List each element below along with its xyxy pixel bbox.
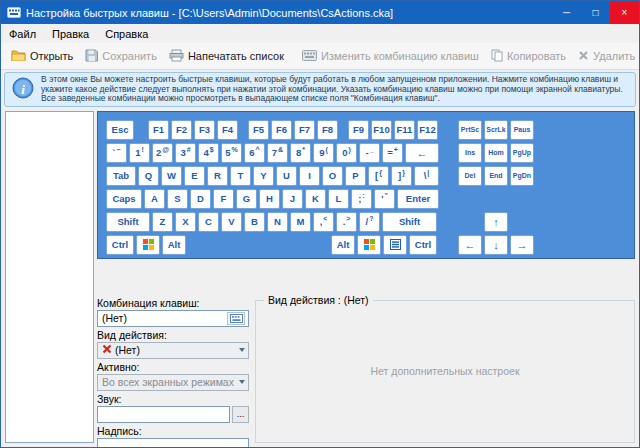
- key-l[interactable]: L: [328, 189, 349, 209]
- key-v[interactable]: V: [221, 212, 242, 232]
- key-lwin[interactable]: [136, 235, 160, 255]
- sound-input[interactable]: [97, 406, 230, 423]
- key-rwin[interactable]: [357, 235, 381, 255]
- key-y[interactable]: Y: [253, 166, 274, 186]
- key-scrlk[interactable]: ScrLk: [484, 120, 508, 140]
- key-f9[interactable]: F9: [348, 120, 369, 140]
- key-esc[interactable]: Esc: [106, 120, 134, 140]
- key-lbracket[interactable]: [{: [368, 166, 389, 186]
- delete-button[interactable]: Удалить: [572, 47, 640, 66]
- key-slash[interactable]: /?: [359, 212, 380, 232]
- menu-file[interactable]: Файл: [1, 28, 44, 40]
- key-8[interactable]: 8*: [290, 143, 311, 163]
- close-button[interactable]: ×: [610, 1, 639, 24]
- key-minus[interactable]: -_: [359, 143, 380, 163]
- key-q[interactable]: Q: [138, 166, 159, 186]
- key-semicolon[interactable]: ;:: [351, 189, 372, 209]
- key-rshift[interactable]: Shift: [382, 212, 437, 232]
- key-f4[interactable]: F4: [217, 120, 238, 140]
- key-left[interactable]: ←: [458, 235, 482, 255]
- change-combo-button[interactable]: Изменить комбинацию клавиш: [296, 47, 485, 66]
- key-7[interactable]: 7&: [267, 143, 288, 163]
- key-insert[interactable]: Ins: [458, 143, 482, 163]
- key-pgdn[interactable]: PgDn: [510, 166, 534, 186]
- key-quote[interactable]: '": [374, 189, 395, 209]
- key-prtsc[interactable]: PrtSc: [458, 120, 482, 140]
- key-b[interactable]: B: [244, 212, 265, 232]
- sound-browse-button[interactable]: ...: [232, 406, 249, 423]
- print-button[interactable]: Напечатать список: [163, 46, 290, 67]
- key-g[interactable]: G: [236, 189, 257, 209]
- hotkey-list[interactable]: [5, 111, 94, 444]
- key-lctrl[interactable]: Ctrl: [106, 235, 134, 255]
- key-right[interactable]: →: [510, 235, 534, 255]
- key-9[interactable]: 9(: [313, 143, 334, 163]
- key-equals[interactable]: =+: [382, 143, 403, 163]
- key-rbracket[interactable]: ]}: [391, 166, 412, 186]
- key-f[interactable]: F: [213, 189, 234, 209]
- key-home[interactable]: Hom: [484, 143, 508, 163]
- key-backslash[interactable]: \|: [414, 166, 439, 186]
- key-rctrl[interactable]: Ctrl: [409, 235, 437, 255]
- key-lalt[interactable]: Alt: [162, 235, 186, 255]
- key-2[interactable]: 2@: [152, 143, 173, 163]
- key-f3[interactable]: F3: [194, 120, 215, 140]
- maximize-button[interactable]: □: [581, 1, 610, 24]
- key-w[interactable]: W: [161, 166, 182, 186]
- hotkey-combo[interactable]: (Нет): [97, 310, 249, 327]
- key-i[interactable]: I: [299, 166, 320, 186]
- key-s[interactable]: S: [167, 189, 188, 209]
- action-type-combo[interactable]: (Нет): [97, 342, 249, 359]
- key-f6[interactable]: F6: [271, 120, 292, 140]
- key-f10[interactable]: F10: [371, 120, 392, 140]
- key-grave[interactable]: `~: [106, 143, 127, 163]
- key-n[interactable]: N: [267, 212, 288, 232]
- save-button[interactable]: Сохранить: [79, 46, 163, 67]
- menu-edit[interactable]: Правка: [44, 28, 97, 40]
- key-4[interactable]: 4$: [198, 143, 219, 163]
- key-u[interactable]: U: [276, 166, 297, 186]
- hotkey-picker-button[interactable]: [227, 312, 245, 325]
- key-h[interactable]: H: [259, 189, 280, 209]
- key-enter[interactable]: Enter: [397, 189, 439, 209]
- key-d[interactable]: D: [190, 189, 211, 209]
- minimize-button[interactable]: ─: [552, 1, 581, 24]
- key-3[interactable]: 3#: [175, 143, 196, 163]
- key-end[interactable]: End: [484, 166, 508, 186]
- menu-help[interactable]: Справка: [97, 28, 156, 40]
- key-c[interactable]: C: [198, 212, 219, 232]
- key-m[interactable]: M: [290, 212, 311, 232]
- open-button[interactable]: Открыть: [5, 46, 79, 66]
- key-f11[interactable]: F11: [394, 120, 415, 140]
- key-f8[interactable]: F8: [317, 120, 338, 140]
- key-f5[interactable]: F5: [248, 120, 269, 140]
- key-a[interactable]: A: [144, 189, 165, 209]
- key-0[interactable]: 0): [336, 143, 357, 163]
- key-f12[interactable]: F12: [417, 120, 438, 140]
- key-5[interactable]: 5%: [221, 143, 242, 163]
- key-1[interactable]: 1!: [129, 143, 150, 163]
- key-6[interactable]: 6^: [244, 143, 265, 163]
- key-o[interactable]: O: [322, 166, 343, 186]
- active-combo[interactable]: Во всех экранных режимах: [97, 374, 249, 391]
- key-r[interactable]: R: [207, 166, 228, 186]
- key-up[interactable]: ↑: [484, 212, 508, 232]
- key-capslock[interactable]: Caps: [106, 189, 142, 209]
- key-menu[interactable]: [383, 235, 407, 255]
- key-backspace[interactable]: ←: [405, 143, 439, 163]
- key-z[interactable]: Z: [152, 212, 173, 232]
- key-p[interactable]: P: [345, 166, 366, 186]
- key-comma[interactable]: ,<: [313, 212, 334, 232]
- key-pgup[interactable]: PgUp: [510, 143, 534, 163]
- key-ralt[interactable]: Alt: [331, 235, 355, 255]
- key-f2[interactable]: F2: [171, 120, 192, 140]
- key-e[interactable]: E: [184, 166, 205, 186]
- key-delete[interactable]: Del: [458, 166, 482, 186]
- key-k[interactable]: K: [305, 189, 326, 209]
- caption-input[interactable]: [97, 438, 249, 448]
- copy-button[interactable]: Копировать: [485, 46, 572, 67]
- key-j[interactable]: J: [282, 189, 303, 209]
- key-down[interactable]: ↓: [484, 235, 508, 255]
- key-f7[interactable]: F7: [294, 120, 315, 140]
- key-f1[interactable]: F1: [148, 120, 169, 140]
